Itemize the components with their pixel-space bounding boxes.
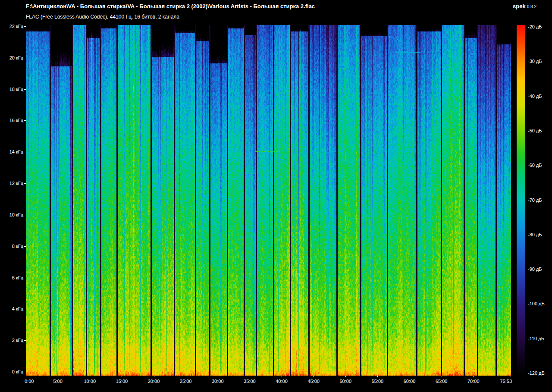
time-label: 35:00 xyxy=(244,379,256,384)
time-label: 10:00 xyxy=(84,379,96,384)
freq-label: 12 кГц xyxy=(9,181,23,186)
colorbar xyxy=(517,25,525,376)
time-label: 25:00 xyxy=(180,379,192,384)
freq-label: 4 кГц xyxy=(12,306,23,311)
freq-label: 20 кГц xyxy=(9,55,23,60)
freq-label: 2 кГц xyxy=(12,338,23,343)
axis-tick xyxy=(345,376,346,377)
axis-tick xyxy=(282,376,282,377)
time-label: 20:00 xyxy=(148,379,160,384)
app-version: 0.8.2 xyxy=(527,4,536,9)
axis-tick xyxy=(24,309,26,309)
freq-label: 16 кГц xyxy=(9,118,23,123)
axis-tick xyxy=(24,215,26,215)
spectrogram-canvas xyxy=(26,25,511,376)
freq-label: 18 кГц xyxy=(9,87,23,92)
axis-tick xyxy=(24,246,26,247)
time-label: 55:00 xyxy=(372,379,384,384)
db-label: -20 дБ xyxy=(528,24,542,29)
freq-label: 10 кГц xyxy=(9,212,23,217)
axis-tick xyxy=(58,376,58,377)
db-label: -80 дБ xyxy=(528,232,542,237)
axis-tick xyxy=(24,278,26,278)
db-label: -30 дБ xyxy=(528,59,542,64)
axis-tick xyxy=(474,376,474,377)
axis-tick xyxy=(24,340,26,341)
axis-tick xyxy=(511,376,511,377)
axis-tick xyxy=(186,376,186,377)
axis-tick xyxy=(122,376,122,377)
axis-tick xyxy=(24,183,26,184)
time-label: 50:00 xyxy=(340,379,352,384)
axis-tick xyxy=(218,376,218,377)
axis-tick xyxy=(442,376,442,377)
freq-label: 22 кГц xyxy=(9,24,23,29)
format-info: FLAC (Free Lossless Audio Codec), 44100 … xyxy=(26,14,179,20)
time-label: 75:53 xyxy=(500,379,512,384)
axis-tick xyxy=(24,26,26,27)
db-label: -70 дБ xyxy=(528,198,542,203)
axis-tick xyxy=(154,376,154,377)
time-label: 65:00 xyxy=(436,379,448,384)
time-label: 40:00 xyxy=(276,379,288,384)
db-label: -50 дБ xyxy=(528,128,542,133)
time-label: 45:00 xyxy=(307,379,320,384)
axis-tick xyxy=(377,376,378,377)
axis-tick xyxy=(410,376,410,377)
db-label: -120 дБ xyxy=(528,370,545,376)
axis-tick xyxy=(314,376,314,377)
db-label: -90 дБ xyxy=(528,267,542,272)
db-label: -110 дБ xyxy=(528,336,544,341)
db-label: -40 дБ xyxy=(528,94,542,99)
spek-window: F:\Антициклон\VA - Большая стирка\VA - Б… xyxy=(0,0,552,392)
axis-tick xyxy=(24,58,26,58)
axis-tick xyxy=(24,372,26,372)
app-name: spek xyxy=(513,3,526,9)
db-label: -100 дБ xyxy=(528,301,545,306)
freq-label: 14 кГц xyxy=(9,149,23,154)
freq-label: 6 кГц xyxy=(12,275,23,280)
time-label: 60:00 xyxy=(404,379,416,384)
axis-tick xyxy=(24,152,26,152)
axis-tick xyxy=(90,376,90,377)
time-label: 0:00 xyxy=(25,379,34,384)
freq-label: 8 кГц xyxy=(12,244,23,249)
time-label: 5:00 xyxy=(53,379,62,384)
time-label: 15:00 xyxy=(116,379,128,384)
time-label: 70:00 xyxy=(467,379,480,384)
axis-tick xyxy=(24,89,26,90)
axis-tick xyxy=(250,376,250,377)
time-label: 30:00 xyxy=(212,379,224,384)
axis-tick xyxy=(26,376,26,377)
db-label: -60 дБ xyxy=(528,163,542,168)
file-path-title: F:\Антициклон\VA - Большая стирка\VA - Б… xyxy=(26,3,315,9)
app-brand: spek0.8.2 xyxy=(513,3,536,9)
axis-tick xyxy=(24,120,26,121)
freq-label: 0 кГц xyxy=(12,369,23,374)
